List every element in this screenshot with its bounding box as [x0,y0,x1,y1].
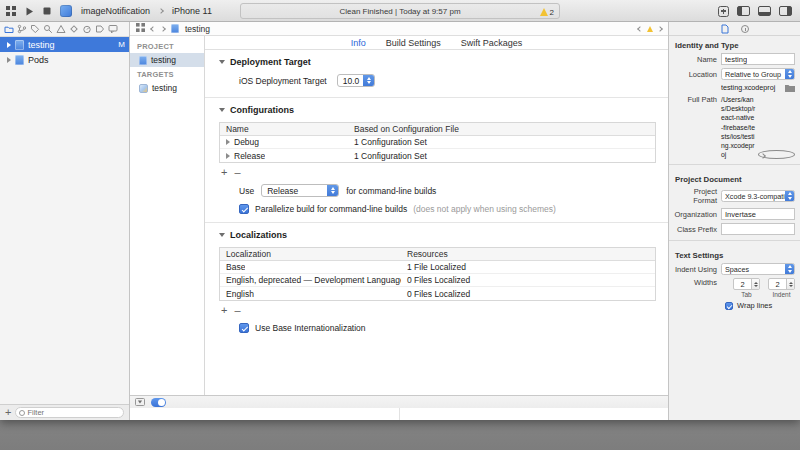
disclosure-icon[interactable] [7,57,11,63]
tab-width-stepper[interactable]: 2 [733,278,760,290]
parallelize-label: Parallelize build for command-line build… [255,204,407,214]
column-resources[interactable]: Resources [401,249,655,259]
add-configuration-button[interactable]: + [221,167,227,178]
issue-navigator-icon[interactable] [56,24,66,34]
reveal-in-finder-icon[interactable] [758,150,795,159]
toggle-debug-area-icon[interactable] [758,6,771,16]
indent-caption: Indent [772,291,790,298]
section-title: Configurations [230,105,294,115]
project-navigator-icon[interactable] [4,24,14,34]
disclosure-icon[interactable] [226,139,230,145]
class-prefix-label: Class Prefix [674,225,721,234]
debug-area-filter-icon[interactable] [135,398,145,406]
go-back-icon[interactable] [150,26,156,32]
add-button[interactable]: + [5,407,11,418]
popup-arrows-icon [327,184,338,197]
xcode-window: imageNotification iPhone 11 Clean Finish… [0,0,800,420]
organization-field[interactable]: Invertase [721,208,795,220]
command-line-config-popup[interactable]: Release [261,184,339,197]
stop-button[interactable] [43,7,51,15]
tab-swift-packages[interactable]: Swift Packages [461,38,523,48]
column-localization[interactable]: Localization [220,249,401,259]
name-field[interactable]: testing [721,53,795,65]
project-format-popup[interactable]: Xcode 9.3-compatible [721,190,795,202]
filter-input[interactable] [27,408,120,417]
navigator-filter-bar: + [0,404,129,420]
deployment-target-section-header[interactable]: Deployment Target [219,50,658,72]
symbol-navigator-icon[interactable] [30,24,40,34]
toggle-navigator-icon[interactable] [737,6,750,16]
toolbar-right [718,0,792,22]
indent-using-popup[interactable]: Spaces [721,263,795,275]
add-localization-button[interactable]: + [221,305,227,316]
table-row[interactable]: Base 1 File Localized [220,261,655,274]
text-settings-section-title: Text Settings [674,246,795,263]
project-file-icon [15,55,24,65]
base-internationalization-checkbox[interactable] [239,323,249,333]
run-destination-selector[interactable]: iPhone 11 [172,6,212,16]
popup-arrows-icon [785,263,794,275]
project-document-section-title: Project Document [674,170,795,187]
disclosure-down-icon[interactable] [219,60,225,64]
breakpoint-navigator-icon[interactable] [95,24,105,34]
project-item-testing[interactable]: testing [130,53,204,67]
quick-help-inspector-tab[interactable] [741,25,749,33]
disclosure-down-icon[interactable] [219,233,225,237]
file-name-row: testing.xcodeproj [674,83,795,92]
ios-deployment-target-popup[interactable]: 10.0 [337,74,376,87]
location-popup[interactable]: Relative to Group [721,68,795,80]
configurations-section-header[interactable]: Configurations [219,98,658,120]
column-config-file[interactable]: Based on Configuration File [348,124,655,134]
remove-configuration-button[interactable]: – [234,167,240,178]
tab-build-settings[interactable]: Build Settings [386,38,441,48]
remove-localization-button[interactable]: – [234,305,240,316]
go-forward-icon[interactable] [160,26,166,32]
disclosure-icon[interactable] [226,153,230,159]
debug-area-toggle[interactable] [151,398,166,407]
find-navigator-icon[interactable] [43,24,53,34]
file-inspector-tab[interactable] [721,24,729,34]
run-button[interactable] [25,7,34,16]
scheme-app-icon [60,5,72,17]
name-label: Name [674,55,721,64]
project-item-label: testing [151,55,176,65]
debug-console-area[interactable] [399,408,669,420]
folder-icon[interactable] [785,84,795,92]
next-issue-icon[interactable] [657,26,663,32]
table-row[interactable]: English, deprecated — Development Langua… [220,274,655,287]
navigator-item-label: Pods [28,55,49,65]
class-prefix-field[interactable] [721,223,795,235]
debug-navigator-icon[interactable] [82,24,92,34]
parallelize-checkbox[interactable] [239,204,249,214]
localizations-section-header[interactable]: Localizations [219,223,658,245]
source-control-navigator-icon[interactable] [17,24,27,34]
related-items-icon[interactable] [136,23,145,34]
section-title: Localizations [230,230,287,240]
table-row[interactable]: Debug 1 Configuration Set [220,136,655,149]
breadcrumb[interactable]: testing [185,24,210,34]
report-navigator-icon[interactable] [108,24,118,34]
table-row[interactable]: Release 1 Configuration Set [220,149,655,162]
organization-label: Organization [674,210,721,219]
tab-info[interactable]: Info [351,38,366,48]
indent-width-stepper[interactable]: 2 [768,278,795,290]
indent-using-row: Indent Using Spaces [674,263,795,275]
column-name[interactable]: Name [220,124,348,134]
disclosure-icon[interactable] [7,42,11,48]
toggle-inspectors-icon[interactable] [779,6,792,16]
debug-variables-area[interactable] [130,408,399,420]
library-icon[interactable] [718,6,729,17]
table-row[interactable]: English 0 Files Localized [220,287,655,300]
scheme-selector[interactable]: imageNotification [81,6,150,16]
test-navigator-icon[interactable] [69,24,79,34]
disclosure-down-icon[interactable] [219,108,225,112]
configurations-table: Name Based on Configuration File Debug 1… [219,122,656,163]
organization-row: Organization Invertase [674,208,795,220]
window-tabs-icon[interactable] [6,6,16,16]
previous-issue-icon[interactable] [637,26,643,32]
target-item-testing[interactable]: testing [130,81,204,95]
navigator-item-pods[interactable]: Pods [0,52,129,67]
wrap-lines-checkbox[interactable] [725,302,733,310]
navigator-item-testing[interactable]: testing M [0,37,129,52]
warning-indicator[interactable]: 2 [540,4,554,20]
